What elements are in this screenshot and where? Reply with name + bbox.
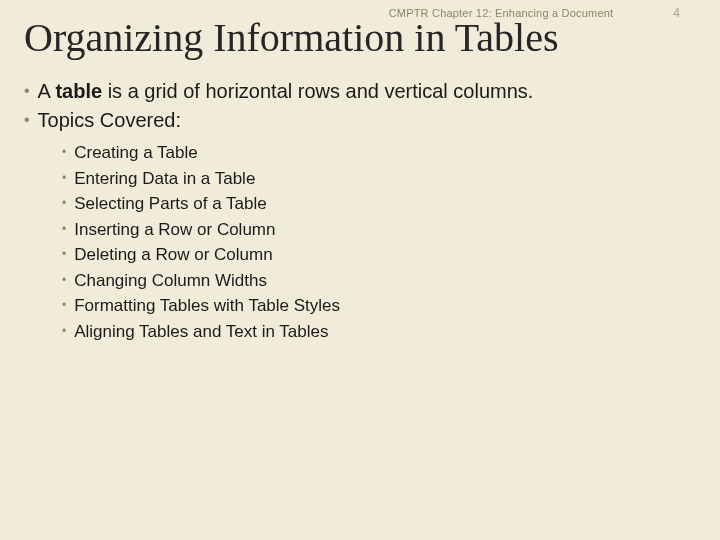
definition-prefix: A: [38, 80, 56, 102]
topic-text: Selecting Parts of a Table: [74, 191, 266, 217]
bullet-icon: •: [62, 140, 66, 165]
list-item: • Creating a Table: [62, 140, 696, 166]
bullet-icon: •: [24, 78, 30, 104]
list-item: • Deleting a Row or Column: [62, 242, 696, 268]
topic-text: Entering Data in a Table: [74, 166, 255, 192]
topic-text: Deleting a Row or Column: [74, 242, 272, 268]
topics-label: Topics Covered:: [38, 107, 181, 134]
bullet-icon: •: [62, 268, 66, 293]
list-item: • Inserting a Row or Column: [62, 217, 696, 243]
bullet-definition: • A table is a grid of horizontal rows a…: [24, 78, 696, 105]
list-item: • Aligning Tables and Text in Tables: [62, 319, 696, 345]
slide-content: • A table is a grid of horizontal rows a…: [24, 78, 696, 344]
bullet-icon: •: [62, 191, 66, 216]
topics-list: • Creating a Table • Entering Data in a …: [62, 140, 696, 344]
slide-title: Organizing Information in Tables: [24, 14, 559, 61]
topic-text: Changing Column Widths: [74, 268, 267, 294]
list-item: • Formatting Tables with Table Styles: [62, 293, 696, 319]
definition-term: table: [55, 80, 102, 102]
topic-text: Inserting a Row or Column: [74, 217, 275, 243]
list-item: • Entering Data in a Table: [62, 166, 696, 192]
bullet-topics: • Topics Covered:: [24, 107, 696, 134]
page-number: 4: [673, 6, 680, 20]
definition-suffix: is a grid of horizontal rows and vertica…: [102, 80, 533, 102]
bullet-icon: •: [24, 107, 30, 133]
bullet-icon: •: [62, 166, 66, 191]
topic-text: Creating a Table: [74, 140, 198, 166]
definition-text: A table is a grid of horizontal rows and…: [38, 78, 534, 105]
topic-text: Aligning Tables and Text in Tables: [74, 319, 328, 345]
bullet-icon: •: [62, 242, 66, 267]
bullet-icon: •: [62, 293, 66, 318]
list-item: • Changing Column Widths: [62, 268, 696, 294]
bullet-icon: •: [62, 217, 66, 242]
bullet-icon: •: [62, 319, 66, 344]
list-item: • Selecting Parts of a Table: [62, 191, 696, 217]
topic-text: Formatting Tables with Table Styles: [74, 293, 340, 319]
